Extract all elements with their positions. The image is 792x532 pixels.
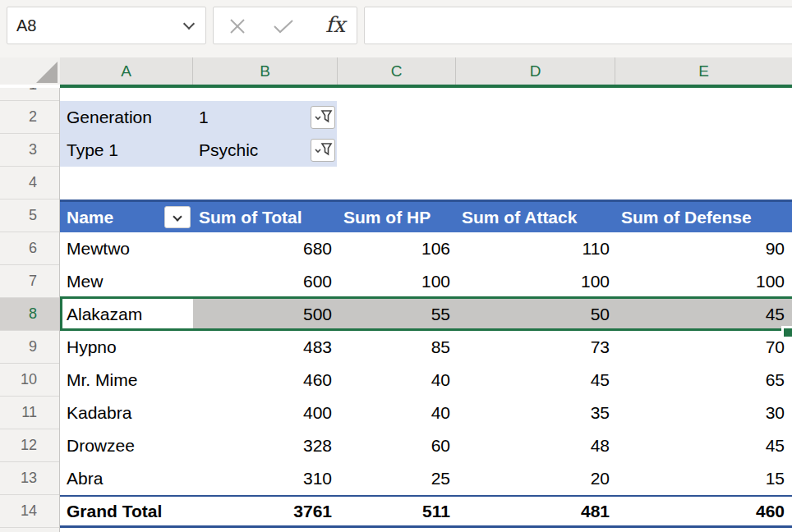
- filter-field-label[interactable]: Generation: [67, 101, 198, 134]
- sheet-body: Generation 1 Type 1 Psychic Name Sum of …: [60, 88, 792, 532]
- pivot-header-row: Name Sum of Total Sum of HP Sum of Attac…: [60, 200, 792, 232]
- cell-name[interactable]: Mr. Mime: [60, 364, 192, 397]
- cell-hp[interactable]: 60: [337, 429, 455, 462]
- row-header-9[interactable]: 9: [0, 331, 59, 364]
- cell-defense[interactable]: 65: [615, 364, 792, 397]
- cell-hp[interactable]: 85: [337, 331, 455, 364]
- grand-total-row: Grand Total 3761 511 481 460: [60, 495, 792, 528]
- pivot-header-hp[interactable]: Sum of HP: [343, 202, 431, 232]
- filter-field-value[interactable]: Psychic: [199, 134, 306, 167]
- cell-grand-total-attack[interactable]: 481: [455, 497, 615, 525]
- cell-grand-total-hp[interactable]: 511: [337, 497, 455, 525]
- column-header-c[interactable]: C: [337, 57, 455, 85]
- cell-attack[interactable]: 35: [455, 397, 615, 429]
- filter-field-label[interactable]: Type 1: [67, 134, 198, 167]
- cell-name[interactable]: Mew: [60, 265, 192, 298]
- row-header-3[interactable]: 3: [0, 134, 59, 167]
- cell-grand-total-total[interactable]: 3761: [192, 497, 337, 525]
- pivot-row: Hypno 483 85 73 70: [60, 331, 792, 364]
- column-header-a[interactable]: A: [60, 57, 192, 85]
- row-header-7[interactable]: 7: [0, 265, 59, 298]
- row-header-2[interactable]: 2: [0, 101, 59, 134]
- column-header-b[interactable]: B: [192, 57, 337, 85]
- cell-total[interactable]: 400: [192, 397, 337, 429]
- cell-name[interactable]: Kadabra: [60, 397, 192, 429]
- select-all-corner[interactable]: [0, 57, 60, 85]
- cell-hp[interactable]: 55: [337, 298, 455, 331]
- row-header-5[interactable]: 5: [0, 200, 59, 232]
- row-header-10[interactable]: 10: [0, 364, 59, 397]
- cell-defense[interactable]: 30: [615, 397, 792, 429]
- formula-input[interactable]: [364, 7, 792, 44]
- cell-hp[interactable]: 106: [337, 232, 455, 265]
- cancel-icon[interactable]: [228, 17, 246, 35]
- cell-name[interactable]: Hypno: [60, 331, 192, 364]
- column-header-d[interactable]: D: [455, 57, 615, 85]
- cell-total[interactable]: 600: [192, 265, 337, 298]
- insert-function-icon[interactable]: fx: [325, 12, 345, 37]
- cell-defense[interactable]: 45: [615, 429, 792, 462]
- cell-defense[interactable]: 100: [615, 265, 792, 298]
- filter-field-value[interactable]: 1: [199, 101, 306, 134]
- pivot-header-attack[interactable]: Sum of Attack: [462, 202, 577, 232]
- cell-name-active[interactable]: Alakazam: [60, 298, 192, 331]
- cell-name[interactable]: Mewtwo: [60, 232, 192, 265]
- cell-hp[interactable]: 40: [337, 397, 455, 429]
- pivot-row-selected: Alakazam 500 55 50 45: [60, 298, 792, 331]
- row-header-4[interactable]: 4: [0, 167, 59, 200]
- cell-defense[interactable]: 15: [615, 462, 792, 495]
- row-header-6[interactable]: 6: [0, 232, 59, 265]
- cell-grand-total-defense[interactable]: 460: [615, 497, 792, 525]
- chevron-down-icon: [173, 212, 182, 221]
- cell-total[interactable]: 460: [192, 364, 337, 397]
- column-headers: A B C D E: [60, 57, 792, 85]
- cell-hp[interactable]: 40: [337, 364, 455, 397]
- row-header-12[interactable]: 12: [0, 429, 59, 462]
- filter-dropdown-button[interactable]: [311, 139, 335, 162]
- cell-attack[interactable]: 50: [455, 298, 615, 331]
- cell-total[interactable]: 310: [192, 462, 337, 495]
- select-all-triangle-icon: [36, 62, 58, 83]
- pivot-row: Mewtwo 680 106 110 90: [60, 232, 792, 265]
- row-header-13[interactable]: 13: [0, 462, 59, 495]
- cell-attack[interactable]: 100: [455, 265, 615, 298]
- cell-name[interactable]: Abra: [60, 462, 192, 495]
- row-header-15[interactable]: [0, 528, 59, 532]
- row-header-8-selected[interactable]: 8: [0, 298, 59, 331]
- enter-check-icon[interactable]: [273, 19, 294, 34]
- cell-attack[interactable]: 48: [455, 429, 615, 462]
- cell-attack[interactable]: 20: [455, 462, 615, 495]
- name-filter-dropdown[interactable]: [164, 206, 191, 228]
- filter-dropdown-button[interactable]: [311, 106, 335, 129]
- name-box-value: A8: [16, 7, 36, 44]
- cell-attack[interactable]: 110: [455, 232, 615, 265]
- cell-defense[interactable]: 90: [615, 232, 792, 265]
- cell-total[interactable]: 328: [192, 429, 337, 462]
- row-header-1[interactable]: 1: [0, 88, 59, 101]
- formula-bar-strip: A8 fx: [0, 0, 792, 57]
- cell-defense[interactable]: 45: [615, 298, 792, 331]
- excel-window: A8 fx A B C D E 1 2 3 4 5 6 7: [0, 0, 792, 532]
- chevron-down-icon[interactable]: [183, 18, 195, 30]
- pivot-row: Drowzee 328 60 48 45: [60, 429, 792, 462]
- cell-total[interactable]: 500: [192, 298, 337, 331]
- row-header-11[interactable]: 11: [0, 397, 59, 429]
- name-box[interactable]: A8: [7, 7, 206, 44]
- cell-total[interactable]: 680: [192, 232, 337, 265]
- cell-name[interactable]: Drowzee: [60, 429, 192, 462]
- cell-attack[interactable]: 73: [455, 331, 615, 364]
- cell-defense[interactable]: 70: [615, 331, 792, 364]
- pivot-header-name[interactable]: Name: [67, 202, 113, 232]
- row-header-14[interactable]: 14: [0, 495, 59, 528]
- pivot-header-defense[interactable]: Sum of Defense: [621, 202, 752, 232]
- cell-total[interactable]: 483: [192, 331, 337, 364]
- cell-hp[interactable]: 25: [337, 462, 455, 495]
- cell-attack[interactable]: 45: [455, 364, 615, 397]
- column-header-e[interactable]: E: [615, 57, 792, 85]
- pivot-row: Kadabra 400 40 35 30: [60, 397, 792, 429]
- cell-grand-total-label[interactable]: Grand Total: [60, 497, 192, 525]
- pivot-row: Abra 310 25 20 15: [60, 462, 792, 495]
- pivot-header-total[interactable]: Sum of Total: [199, 202, 302, 232]
- cell-hp[interactable]: 100: [337, 265, 455, 298]
- fill-handle[interactable]: [781, 326, 792, 337]
